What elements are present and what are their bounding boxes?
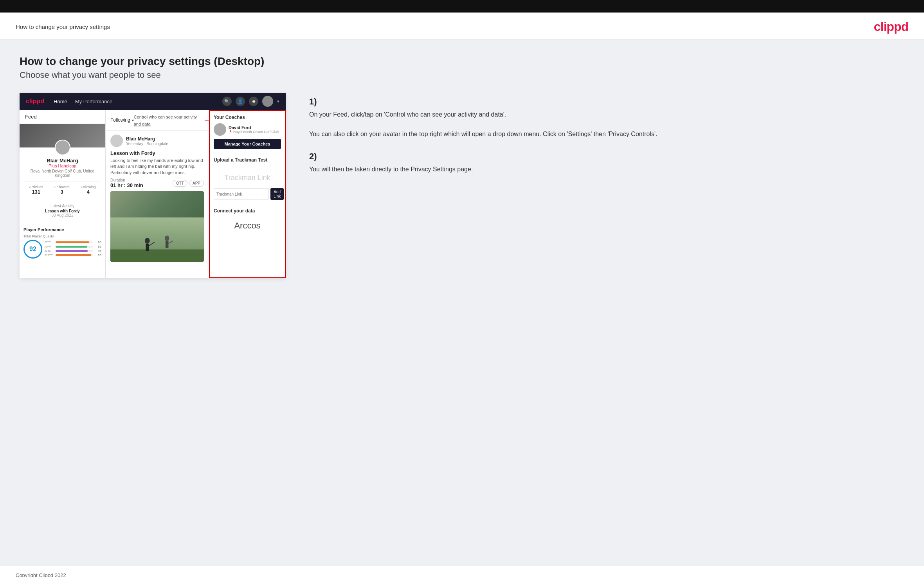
bar-val: 86 [94,249,101,253]
following-btn[interactable]: Following ▾ [110,117,134,123]
feed-header: Following ▾ Control who can see your act… [106,110,209,131]
profile-club: Royal North Devon Golf Club, United King… [23,169,101,178]
main-content: How to change your privacy settings (Des… [0,40,924,566]
activity-user-meta: Yesterday · Sunningdale [126,142,168,146]
add-link-button[interactable]: Add Link [270,188,284,200]
activity-card: Blair McHarg Yesterday · Sunningdale Les… [106,131,209,266]
svg-rect-5 [146,244,149,251]
bar-label: APP [45,245,54,248]
stat-following: Following 4 [81,185,95,195]
coach-info: David Ford 📍 Royal North Devon Golf Club [229,125,279,134]
app-nav-links: Home My Performance [54,99,222,104]
svg-point-7 [165,236,169,241]
latest-activity: Latest Activity Lesson with Fordy 03 Aug… [23,201,101,220]
bar-fill [56,241,89,243]
trackman-section: Upload a Trackman Test Trackman Link Add… [210,153,285,204]
article-title: How to change your privacy settings (Des… [20,55,904,68]
quality-bar-row: ARG 86 [45,249,101,253]
arccos-brand: Arccos [214,217,281,235]
golfer-image [110,191,204,262]
nav-my-performance[interactable]: My Performance [75,99,112,104]
app-nav-icons: 🔍 👤 ⊕ ▾ [222,96,279,107]
app-nav-logo: clippd [26,98,44,105]
content-columns: clippd Home My Performance 🔍 👤 ⊕ ▾ Feed [20,93,904,278]
stat-activities-label: Activities [29,185,43,189]
top-bar [0,0,924,13]
duration-label: Duration [110,178,143,182]
bar-val: 96 [94,253,101,257]
latest-activity-name: Lesson with Fordy [27,209,97,213]
nav-home[interactable]: Home [54,99,67,104]
duration-value: 01 hr : 30 min [110,182,143,188]
bar-track [56,246,93,248]
bar-fill [56,254,91,256]
page-header-title: How to change your privacy settings [16,23,110,30]
stat-followers: Followers 3 [54,185,70,195]
app-nav: clippd Home My Performance 🔍 👤 ⊕ ▾ [20,93,286,110]
add-icon[interactable]: ⊕ [249,97,258,106]
instructions-col: 1) On your Feed, click/tap on 'Control w… [301,93,904,187]
quality-bar-row: OTT 90 [45,241,101,244]
quality-bar-row: APP 85 [45,245,101,248]
bar-fill [56,246,87,248]
instruction-2-text: You will then be taken directly to the P… [309,165,904,174]
coach-name: David Ford [229,125,279,130]
stat-following-label: Following [81,185,95,189]
coach-avatar [214,123,226,136]
stat-followers-label: Followers [54,185,70,189]
annotation-arrow-icon [205,118,209,122]
quality-row: 92 OTT 90 APP 85 ARG [23,240,101,259]
activity-image [110,191,204,262]
latest-activity-date: 03 Aug 2022 [27,213,97,217]
avatar-chevron[interactable]: ▾ [277,99,279,104]
stat-followers-value: 3 [54,189,70,195]
ui-mockup: clippd Home My Performance 🔍 👤 ⊕ ▾ Feed [20,93,286,278]
following-label: Following [110,117,130,123]
instruction-2-number: 2) [309,151,904,162]
middle-panel: Following ▾ Control who can see your act… [106,110,209,278]
copyright-text: Copyright Clippd 2022 [16,572,66,577]
profile-stats: Activities 131 Followers 3 Following 4 [23,182,101,198]
connect-section: Connect your data Arccos [210,204,285,239]
profile-handicap: Plus Handicap [23,164,101,168]
app-body: Feed Blair McHarg Plus Handicap Royal No… [20,110,286,278]
right-panel: Your Coaches David Ford 📍 Royal North De… [209,110,286,278]
stat-following-value: 4 [81,189,95,195]
user-avatar-btn[interactable] [262,96,273,107]
manage-coaches-button[interactable]: Manage Your Coaches [214,139,281,149]
clippd-logo: clippd [874,20,908,34]
connect-section-title: Connect your data [214,208,281,214]
coach-row: David Ford 📍 Royal North Devon Golf Club [214,123,281,136]
activity-user-name: Blair McHarg [126,136,168,142]
trackman-input[interactable] [214,188,269,200]
page-footer: Copyright Clippd 2022 [0,566,924,577]
bar-track [56,254,93,256]
person-icon[interactable]: 👤 [236,97,245,106]
left-panel: Feed Blair McHarg Plus Handicap Royal No… [20,110,106,278]
svg-rect-3 [110,250,204,262]
instruction-1-text: On your Feed, click/tap on 'Control who … [309,110,904,139]
page-header: How to change your privacy settings clip… [0,13,924,40]
coaches-section-title: Your Coaches [214,115,281,120]
search-icon[interactable]: 🔍 [222,97,232,106]
profile-name: Blair McHarg [23,158,101,164]
activity-user-row: Blair McHarg Yesterday · Sunningdale [110,135,204,147]
bar-label: ARG [45,249,54,253]
instruction-2: 2) You will then be taken directly to th… [309,151,904,174]
feed-tab[interactable]: Feed [20,110,105,124]
stat-activities-value: 131 [29,189,43,195]
bar-val: 85 [94,245,101,248]
profile-info: Blair McHarg Plus Handicap Royal North D… [20,147,105,224]
coaches-section: Your Coaches David Ford 📍 Royal North De… [210,111,285,153]
quality-bars: OTT 90 APP 85 ARG 86 PUTT [45,241,101,258]
privacy-link[interactable]: Control who can see your activity and da… [134,115,197,126]
bar-label: PUTT [45,253,54,257]
trackman-section-title: Upload a Trackman Test [214,157,281,163]
bar-val: 90 [94,241,101,244]
trackman-placeholder: Trackman Link [214,166,281,186]
coach-club-text: Royal North Devon Golf Club [233,130,279,134]
latest-activity-label: Latest Activity [27,204,97,208]
activity-title: Lesson with Fordy [110,150,204,156]
profile-avatar [55,140,70,155]
stat-activities: Activities 131 [29,185,43,195]
